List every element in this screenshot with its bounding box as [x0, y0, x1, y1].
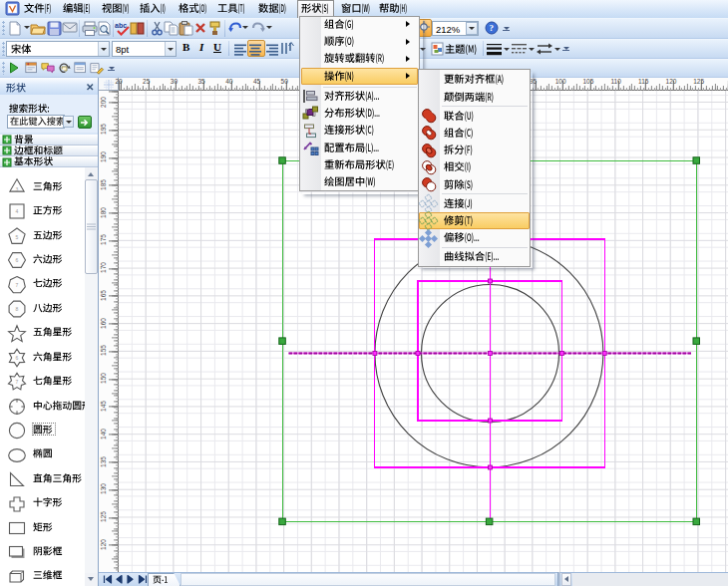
svg-text:abc: abc	[115, 22, 127, 29]
svg-text:8: 8	[16, 306, 19, 312]
svg-text:6: 6	[16, 257, 19, 263]
svg-text:7: 7	[16, 379, 19, 385]
svg-text:3: 3	[16, 186, 19, 192]
svg-text:5: 5	[16, 233, 19, 239]
svg-text:?: ?	[489, 23, 494, 33]
svg-text:4: 4	[16, 208, 19, 214]
svg-text:6: 6	[16, 355, 19, 361]
svg-text:7: 7	[16, 282, 19, 288]
